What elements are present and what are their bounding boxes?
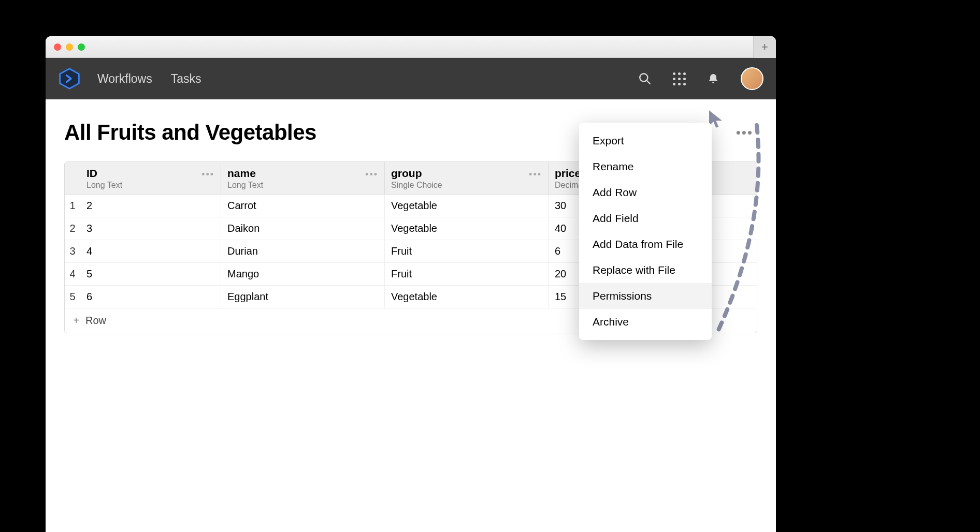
cell-id[interactable]: 6 [80,286,221,308]
window-close-button[interactable] [54,43,61,51]
window-traffic-lights [54,43,85,51]
cell-id[interactable]: 2 [80,195,221,217]
row-number: 4 [65,263,80,285]
apps-grid-icon [673,72,686,85]
column-name: name [227,167,378,180]
ellipsis-icon: ••• [201,169,214,180]
app-logo[interactable] [58,67,81,90]
column-type: Long Text [227,181,378,190]
window-zoom-button[interactable] [78,43,85,51]
cell-id[interactable]: 5 [80,263,221,285]
nav-link-workflows[interactable]: Workflows [97,72,152,86]
menu-item-add-field[interactable]: Add Field [579,205,712,231]
page-more-button[interactable]: ••• [732,123,757,143]
row-number-header [65,162,80,194]
page-title: All Fruits and Vegetables [64,120,316,145]
ellipsis-icon: ••• [736,125,753,140]
notifications-button[interactable] [707,72,720,85]
cell-group[interactable]: Vegetable [385,217,549,240]
cell-group[interactable]: Vegetable [385,195,549,217]
bell-icon [707,72,719,85]
plus-icon: + [72,315,80,327]
add-row-label: Row [85,315,106,327]
ellipsis-icon: ••• [365,169,378,180]
row-number: 2 [65,217,80,240]
cell-name[interactable]: Mango [221,263,385,285]
menu-item-rename[interactable]: Rename [579,154,712,180]
table-context-menu: ExportRenameAdd RowAdd FieldAdd Data fro… [579,123,712,340]
search-icon [638,72,652,85]
column-menu-button[interactable]: ••• [365,169,378,180]
cell-id[interactable]: 3 [80,217,221,240]
nav-link-tasks[interactable]: Tasks [171,72,201,86]
menu-item-add-row[interactable]: Add Row [579,180,712,205]
column-name: ID [87,167,214,180]
row-number: 1 [65,195,80,217]
cell-group[interactable]: Vegetable [385,286,549,308]
search-button[interactable] [638,72,652,85]
window-titlebar: + [46,36,776,58]
cell-group[interactable]: Fruit [385,263,549,285]
cell-name[interactable]: Carrot [221,195,385,217]
menu-item-archive[interactable]: Archive [579,309,712,335]
menu-item-replace-with-file[interactable]: Replace with File [579,257,712,283]
cell-id[interactable]: 4 [80,240,221,262]
svg-line-2 [646,80,650,84]
menu-item-permissions[interactable]: Permissions [579,283,712,309]
page-content: All Fruits and Vegetables ••• ID Long Te… [46,99,776,333]
plus-icon: + [761,40,768,54]
menu-item-export[interactable]: Export [579,128,712,154]
user-avatar[interactable] [741,67,763,90]
window-minimize-button[interactable] [66,43,73,51]
cell-group[interactable]: Fruit [385,240,549,262]
column-name: group [391,167,542,180]
top-navbar: Workflows Tasks [46,58,776,99]
menu-item-add-data-from-file[interactable]: Add Data from File [579,231,712,257]
nav-links: Workflows Tasks [97,72,201,86]
column-type: Long Text [87,181,214,190]
cell-name[interactable]: Durian [221,240,385,262]
apps-button[interactable] [672,72,686,85]
new-tab-button[interactable]: + [753,36,776,58]
column-header-name[interactable]: name Long Text ••• [221,162,385,194]
row-number: 5 [65,286,80,308]
column-type: Single Choice [391,181,542,190]
nav-right [638,67,763,90]
column-menu-button[interactable]: ••• [529,169,542,180]
column-menu-button[interactable]: ••• [201,169,214,180]
cell-name[interactable]: Eggplant [221,286,385,308]
hexagon-logo-icon [58,67,81,90]
ellipsis-icon: ••• [529,169,542,180]
column-header-id[interactable]: ID Long Text ••• [80,162,221,194]
cell-name[interactable]: Daikon [221,217,385,240]
app-window: + Workflows Tasks [46,36,776,532]
row-number: 3 [65,240,80,262]
column-header-group[interactable]: group Single Choice ••• [385,162,549,194]
